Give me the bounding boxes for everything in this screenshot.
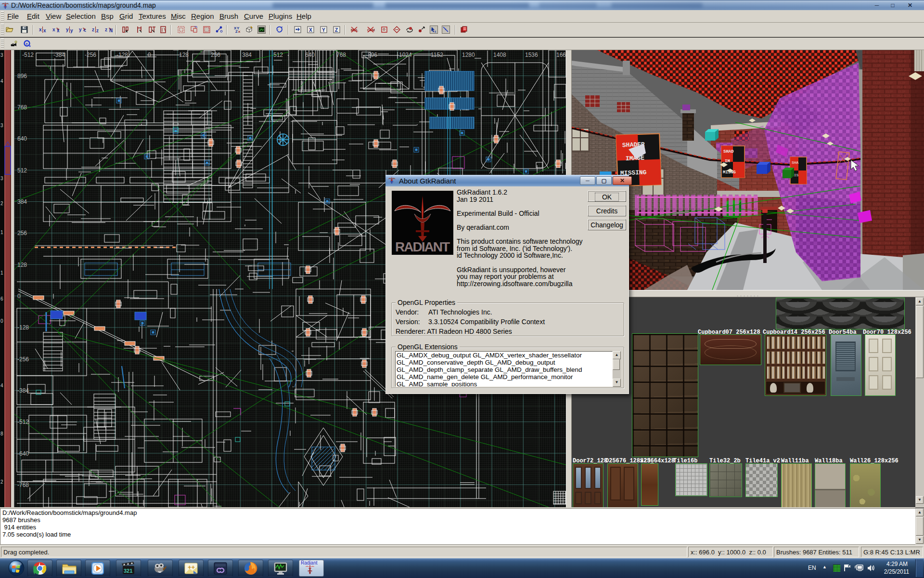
svg-text:384: 384	[242, 52, 252, 58]
svg-text:896: 896	[368, 52, 377, 58]
svg-text:X: X	[309, 27, 312, 33]
svg-text:3: 3	[0, 123, 3, 128]
svg-text:6: 6	[0, 296, 3, 302]
svg-text:0: 0	[0, 318, 3, 324]
svg-text:3: 3	[0, 176, 3, 181]
svg-text:SHA: SHA	[792, 160, 799, 165]
svg-text:-128: -128	[17, 324, 29, 331]
svg-text:1280: 1280	[462, 52, 475, 58]
svg-text:z: z	[105, 27, 107, 32]
svg-text:640: 640	[17, 135, 27, 142]
svg-text:256: 256	[17, 230, 27, 236]
svg-text:x: x	[57, 28, 60, 33]
svg-text:-512: -512	[17, 419, 29, 425]
svg-text:1024: 1024	[399, 52, 412, 58]
svg-text:N: N	[109, 28, 113, 33]
svg-text:Z: Z	[235, 29, 238, 34]
svg-text:<: <	[83, 28, 86, 33]
svg-text:-384: -384	[17, 387, 29, 394]
svg-text:x: x	[39, 27, 42, 32]
svg-text:x: x	[43, 28, 46, 33]
svg-text:-384: -384	[53, 52, 65, 58]
svg-text:768: 768	[17, 104, 27, 111]
svg-text:-768: -768	[17, 482, 29, 488]
svg-text:8: 8	[0, 431, 3, 436]
svg-text:SHAD: SHAD	[723, 149, 734, 154]
svg-text:1408: 1408	[493, 52, 506, 58]
svg-text:z: z	[96, 28, 99, 33]
svg-text:3: 3	[0, 53, 3, 58]
svg-text:-128: -128	[116, 52, 128, 58]
svg-text:1: 1	[0, 230, 3, 235]
svg-text:384: 384	[17, 198, 27, 205]
svg-text:-640: -640	[17, 450, 29, 457]
svg-text:z: z	[92, 27, 94, 32]
svg-text:768: 768	[336, 52, 346, 58]
svg-text:4: 4	[0, 383, 3, 388]
svg-text:e: e	[26, 41, 28, 46]
svg-text:-512: -512	[22, 52, 34, 58]
svg-text:-256: -256	[17, 356, 29, 363]
svg-text:IM: IM	[725, 159, 730, 164]
svg-text:321: 321	[124, 568, 132, 574]
svg-text:1536: 1536	[525, 52, 538, 58]
svg-text:y: y	[66, 27, 69, 32]
svg-text:Z: Z	[335, 27, 338, 33]
svg-text:y: y	[79, 27, 82, 32]
svg-text:0: 0	[17, 293, 21, 300]
svg-text:896: 896	[17, 73, 27, 79]
svg-text:Y: Y	[322, 27, 325, 33]
svg-text:640: 640	[305, 52, 315, 58]
svg-text:2: 2	[0, 479, 3, 485]
svg-text:1: 1	[0, 270, 3, 276]
svg-text:k: k	[435, 30, 436, 33]
svg-text:RADIANT: RADIANT	[395, 239, 450, 254]
svg-text:128: 128	[17, 262, 27, 268]
svg-text:-256: -256	[85, 52, 96, 58]
svg-text:2: 2	[0, 201, 3, 206]
svg-text:++: ++	[188, 564, 195, 571]
svg-text:4: 4	[0, 79, 3, 84]
svg-text:0: 0	[148, 52, 151, 58]
svg-text:x: x	[52, 27, 55, 32]
svg-text:y: y	[70, 28, 73, 33]
svg-text:512: 512	[273, 52, 283, 58]
svg-text:1152: 1152	[431, 52, 443, 58]
svg-text:512: 512	[17, 167, 27, 174]
svg-text:1664: 1664	[556, 52, 566, 58]
svg-text:128: 128	[179, 52, 189, 58]
svg-text:256: 256	[211, 52, 220, 58]
